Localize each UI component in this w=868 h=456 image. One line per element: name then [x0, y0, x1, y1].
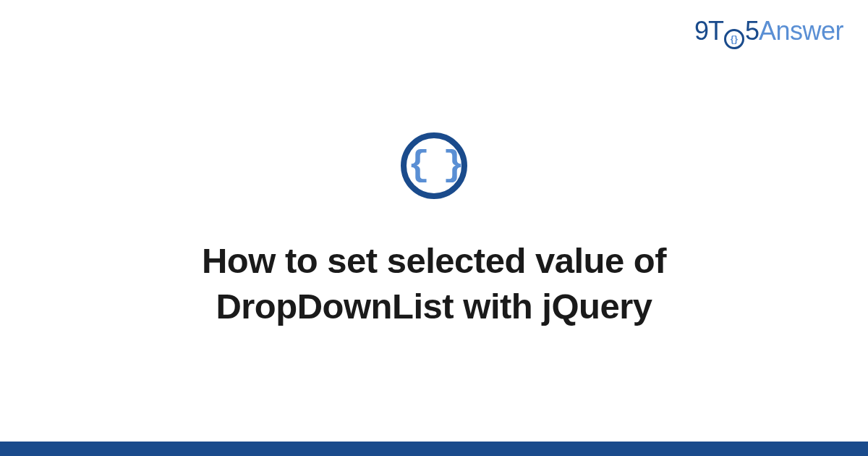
- footer-accent-bar: [0, 442, 868, 456]
- question-title: How to set selected value of DropDownLis…: [101, 238, 767, 329]
- code-braces-icon: { }: [408, 148, 460, 184]
- category-icon-circle: { }: [401, 132, 467, 199]
- main-content: { } How to set selected value of DropDow…: [0, 0, 868, 442]
